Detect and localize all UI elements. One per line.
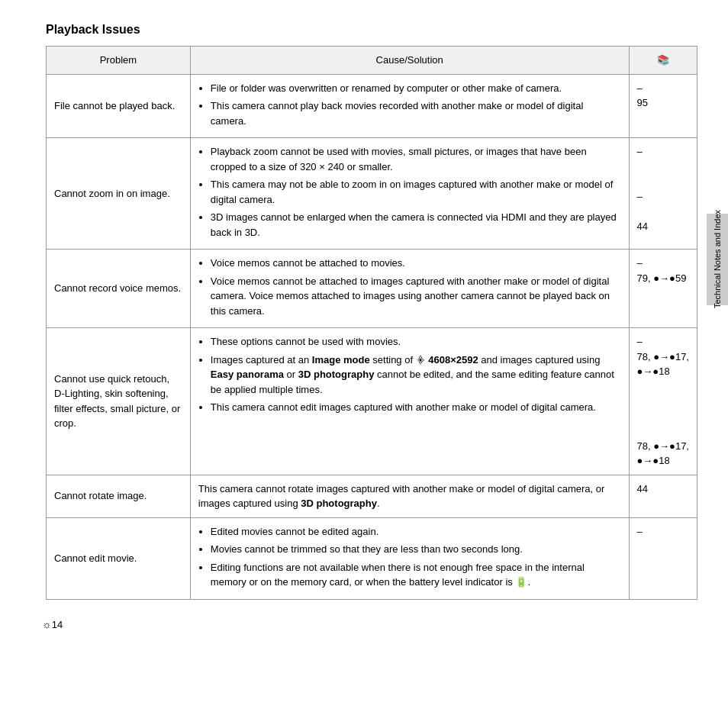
problem-cell: Cannot use quick retouch, D-Lighting, sk…: [47, 328, 191, 475]
cause-cell: Voice memos cannot be attached to movies…: [190, 250, 629, 328]
table-row: File cannot be played back. File or fold…: [47, 74, 697, 138]
ref-cell: –95: [629, 74, 697, 138]
cause-cell: These options cannot be used with movies…: [190, 328, 629, 475]
header-ref: 📚: [629, 47, 697, 75]
header-cause: Cause/Solution: [190, 47, 629, 75]
header-problem: Problem: [47, 47, 191, 75]
table-row: Cannot rotate image. This camera cannot …: [47, 475, 697, 517]
table-row: Cannot edit movie. Edited movies cannot …: [47, 517, 697, 599]
page-title: Playback Issues: [46, 23, 697, 37]
sidebar-tab: Technical Notes and Index: [707, 214, 728, 305]
issues-table: Problem Cause/Solution 📚 File cannot be …: [46, 46, 697, 600]
page: Playback Issues Problem Cause/Solution 📚…: [0, 0, 728, 646]
table-row: Cannot zoom in on image. Playback zoom c…: [47, 138, 697, 250]
problem-cell: Cannot edit movie.: [47, 517, 191, 599]
ref-cell: –78, ●→●17,●→●1878, ●→●17,●→●18: [629, 328, 697, 475]
ref-cell: –: [629, 517, 697, 599]
ref-cell: ––44: [629, 138, 697, 250]
sidebar-label: Technical Notes and Index: [713, 210, 722, 308]
table-row: Cannot record voice memos. Voice memos c…: [47, 250, 697, 328]
problem-cell: Cannot record voice memos.: [47, 250, 191, 328]
problem-cell: Cannot rotate image.: [47, 475, 191, 517]
page-number: ☼14: [42, 618, 63, 630]
problem-cell: File cannot be played back.: [47, 74, 191, 138]
ref-cell: –79, ●→●59: [629, 250, 697, 328]
ref-cell: 44: [629, 475, 697, 517]
cause-cell: Playback zoom cannot be used with movies…: [190, 138, 629, 250]
cause-cell: Edited movies cannot be edited again. Mo…: [190, 517, 629, 599]
cause-cell: File or folder was overwritten or rename…: [190, 74, 629, 138]
sun-icon: ☼: [42, 618, 52, 630]
cause-cell: This camera cannot rotate images capture…: [190, 475, 629, 517]
table-row: Cannot use quick retouch, D-Lighting, sk…: [47, 328, 697, 475]
problem-cell: Cannot zoom in on image.: [47, 138, 191, 250]
